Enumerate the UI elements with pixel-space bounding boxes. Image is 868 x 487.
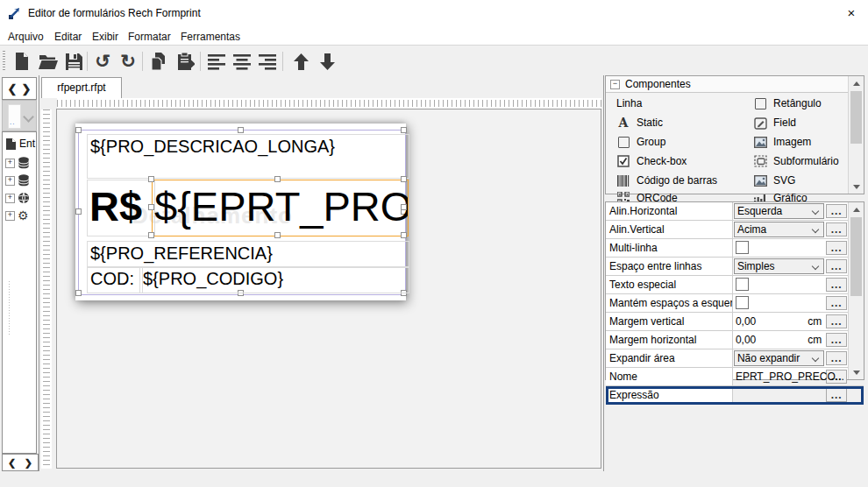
scroll-right-icon[interactable]: ❯	[25, 457, 32, 469]
align-left-button[interactable]	[205, 50, 228, 73]
menu-ferramentas[interactable]: Ferramentas	[177, 29, 244, 45]
expandir-area-ellipsis-button[interactable]: ...	[826, 351, 847, 365]
scroll-down-icon[interactable]	[849, 365, 864, 379]
margem-horizontal-input[interactable]: 0,00	[736, 331, 756, 349]
tree-root-item[interactable]: Ent	[5, 136, 35, 152]
move-down-button[interactable]	[316, 50, 338, 73]
copy-button[interactable]	[147, 50, 170, 73]
scroll-left-icon[interactable]: ❮	[8, 457, 16, 469]
margem-horizontal-ellipsis-button[interactable]: ...	[826, 333, 847, 347]
menu-arquivo[interactable]: Arquivo	[4, 29, 47, 45]
selection-handle[interactable]	[401, 176, 407, 182]
form-page[interactable]: Detalhamento ${PRO_DESCRICAO_LONGA} R$ $…	[75, 124, 406, 300]
component-static[interactable]: A Static	[616, 114, 663, 131]
alin-horizontal-ellipsis-button[interactable]: ...	[826, 204, 847, 218]
selection-handle[interactable]	[148, 232, 154, 238]
static-cod[interactable]: COD:	[87, 266, 143, 293]
properties-scrollbar[interactable]	[848, 202, 864, 379]
right-panel: − Componentes Linha A Static Group Check…	[605, 75, 864, 487]
move-up-button[interactable]	[289, 50, 312, 73]
align-center-button[interactable]	[231, 50, 253, 73]
selection-handle[interactable]	[148, 204, 154, 210]
component-linha[interactable]: Linha	[616, 95, 642, 112]
tab-rfpeprt[interactable]: rfpeprt.rfpt	[41, 77, 122, 98]
paste-button[interactable]	[174, 50, 196, 73]
margem-vertical-input[interactable]: 0,00	[736, 313, 756, 330]
field-referencia[interactable]: ${PRO_REFERENCIA}	[87, 241, 409, 268]
field-descricao[interactable]: ${PRO_DESCRICAO_LONGA}	[87, 134, 409, 179]
expandir-area-select[interactable]: Não expandir	[734, 350, 824, 366]
save-button[interactable]	[62, 50, 85, 73]
new-file-button[interactable]	[11, 50, 33, 73]
scrollbar-thumb[interactable]	[850, 217, 862, 296]
band-handle[interactable]	[75, 208, 82, 215]
xml-view-toggle[interactable]: ❮ ❯	[2, 77, 37, 100]
selection-handle[interactable]	[401, 204, 407, 210]
selection-handle[interactable]	[148, 176, 154, 182]
collapse-minus-icon[interactable]: −	[610, 80, 620, 89]
close-button[interactable]: ×	[840, 4, 863, 23]
mantem-espacos-checkbox[interactable]	[736, 296, 749, 309]
menu-editar[interactable]: Editar	[51, 29, 85, 45]
align-right-button[interactable]	[256, 50, 279, 73]
database-icon	[18, 157, 30, 169]
sidebar-divider[interactable]	[39, 75, 39, 471]
component-subformulario[interactable]: Subformulário	[753, 152, 839, 170]
alin-vertical-select[interactable]: Acima	[734, 222, 824, 237]
component-imagem[interactable]: Imagem	[753, 133, 811, 151]
field-codigo[interactable]: ${PRO_CODIGO}	[139, 266, 409, 293]
panel-divider[interactable]	[603, 75, 604, 471]
tree-item-globe[interactable]: +	[5, 190, 30, 206]
selection-handle[interactable]	[401, 232, 407, 238]
redo-button[interactable]: ↻	[117, 50, 139, 73]
palette-chevron-down-icon[interactable]	[23, 111, 34, 123]
espaco-linhas-select[interactable]: Simples	[734, 258, 824, 274]
components-scrollbar[interactable]	[848, 76, 864, 194]
tree-item-database-1[interactable]: +	[5, 155, 30, 171]
texto-especial-ellipsis-button[interactable]: ...	[826, 278, 847, 292]
open-folder-icon	[38, 52, 59, 71]
scroll-up-icon[interactable]	[849, 202, 864, 216]
expand-plus-icon[interactable]: +	[5, 176, 15, 186]
scrollbar-thumb[interactable]	[850, 91, 862, 144]
selection-handle[interactable]	[274, 232, 281, 238]
espaco-linhas-ellipsis-button[interactable]: ...	[826, 259, 847, 273]
band-handle[interactable]	[75, 290, 82, 296]
component-checkbox[interactable]: Check-box	[616, 152, 687, 170]
selection-handle[interactable]	[274, 176, 281, 182]
multi-linha-ellipsis-button[interactable]: ...	[826, 241, 847, 255]
texto-especial-checkbox[interactable]	[736, 278, 749, 291]
tree-item-database-2[interactable]: +	[5, 173, 30, 188]
property-row-expressao[interactable]: Expressão ...	[606, 386, 864, 405]
property-label: Margem vertical	[606, 313, 733, 330]
design-viewport[interactable]: Detalhamento ${PRO_DESCRICAO_LONGA} R$ $…	[56, 109, 601, 469]
band-handle[interactable]	[401, 127, 407, 133]
band-handle[interactable]	[238, 127, 244, 133]
tree-item-gear[interactable]: + ⚙	[5, 208, 29, 223]
margem-vertical-ellipsis-button[interactable]: ...	[826, 314, 847, 328]
mantem-espacos-ellipsis-button[interactable]: ...	[826, 296, 847, 310]
menu-formatar[interactable]: Formatar	[125, 29, 174, 45]
menu-exibir[interactable]: Exibir	[89, 29, 122, 45]
alin-vertical-ellipsis-button[interactable]: ...	[826, 222, 847, 236]
expand-plus-icon[interactable]: +	[5, 211, 15, 221]
nome-value[interactable]: EPRT_PRO_PRECO...	[736, 368, 844, 385]
band-handle[interactable]	[75, 127, 82, 133]
component-retangulo[interactable]: Retângulo	[753, 95, 822, 112]
expand-plus-icon[interactable]: +	[5, 159, 15, 168]
expand-plus-icon[interactable]: +	[5, 194, 15, 203]
open-file-button[interactable]	[37, 50, 60, 73]
undo-button[interactable]: ↺	[91, 50, 114, 73]
component-group[interactable]: Group	[616, 133, 665, 151]
static-currency[interactable]: R$	[87, 180, 155, 236]
toolbar-grip[interactable]	[3, 51, 5, 72]
component-field[interactable]: Field	[753, 114, 796, 131]
alin-horizontal-select[interactable]: Esquerda	[734, 203, 824, 219]
scroll-down-icon[interactable]	[849, 180, 864, 194]
component-barcode[interactable]: Código de barras	[616, 172, 717, 189]
scroll-up-icon[interactable]	[849, 76, 864, 90]
multi-linha-checkbox[interactable]	[736, 241, 749, 254]
expressao-ellipsis-button[interactable]: ...	[826, 388, 847, 402]
component-svg[interactable]: SVG	[753, 172, 795, 189]
field-preco-selected[interactable]: ${EPRT_PRO_PRECO}	[152, 180, 409, 236]
